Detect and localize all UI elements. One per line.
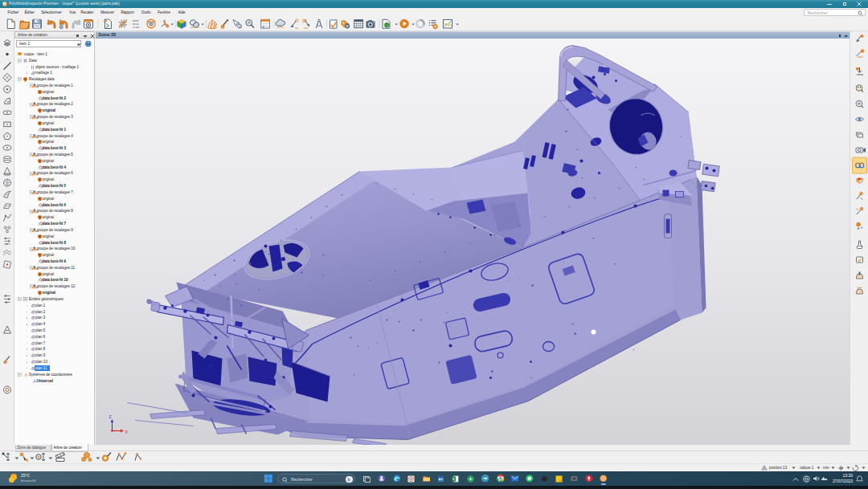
svg-text:+: + xyxy=(861,224,863,229)
svg-text:110: 110 xyxy=(133,25,139,29)
svg-text:+: + xyxy=(262,24,265,29)
svg-text:Z: Z xyxy=(108,414,111,418)
svg-text:A: A xyxy=(248,20,251,25)
